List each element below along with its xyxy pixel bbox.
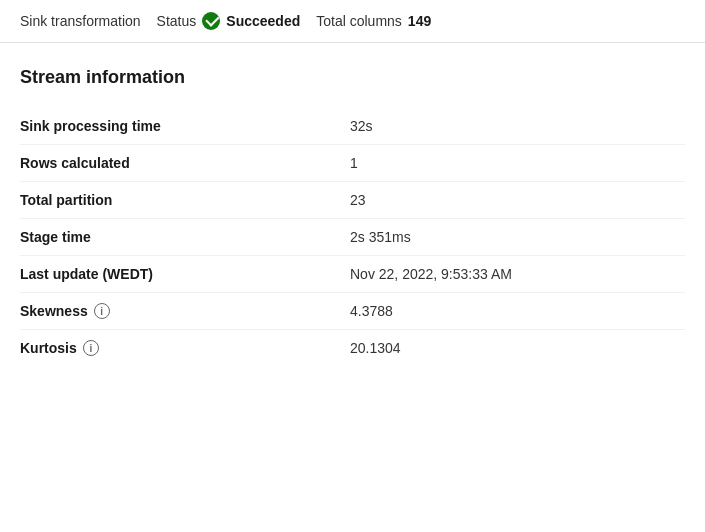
info-key: Kurtosisi	[20, 340, 340, 356]
status-check-circle	[202, 12, 220, 30]
section-title: Stream information	[20, 67, 685, 88]
total-columns-item: Total columns 149	[316, 13, 431, 29]
info-value: Nov 22, 2022, 9:53:33 AM	[340, 266, 685, 282]
info-key: Last update (WEDT)	[20, 266, 340, 282]
info-value: 1	[340, 155, 685, 171]
info-value: 32s	[340, 118, 685, 134]
total-columns-value: 149	[408, 13, 431, 29]
header-bar: Sink transformation Status Succeeded Tot…	[0, 0, 705, 43]
info-key: Stage time	[20, 229, 340, 245]
info-value: 4.3788	[340, 303, 685, 319]
info-row: Sink processing time32s	[20, 108, 685, 145]
info-row: Stage time2s 351ms	[20, 219, 685, 256]
info-value: 23	[340, 192, 685, 208]
content-area: Stream information Sink processing time3…	[0, 43, 705, 390]
info-key: Rows calculated	[20, 155, 340, 171]
info-value: 2s 351ms	[340, 229, 685, 245]
sink-transformation-item: Sink transformation	[20, 13, 141, 29]
info-table: Sink processing time32sRows calculated1T…	[20, 108, 685, 366]
info-key: Sink processing time	[20, 118, 340, 134]
info-row: Total partition23	[20, 182, 685, 219]
info-value: 20.1304	[340, 340, 685, 356]
total-columns-label: Total columns	[316, 13, 402, 29]
status-label: Status	[157, 13, 197, 29]
info-row: Skewnessi4.3788	[20, 293, 685, 330]
info-tooltip-icon[interactable]: i	[94, 303, 110, 319]
info-tooltip-icon[interactable]: i	[83, 340, 99, 356]
info-row: Rows calculated1	[20, 145, 685, 182]
info-row: Kurtosisi20.1304	[20, 330, 685, 366]
info-key: Total partition	[20, 192, 340, 208]
info-key: Skewnessi	[20, 303, 340, 319]
status-item: Status Succeeded	[157, 12, 301, 30]
info-row: Last update (WEDT)Nov 22, 2022, 9:53:33 …	[20, 256, 685, 293]
status-value: Succeeded	[226, 13, 300, 29]
check-circle-icon	[202, 12, 220, 30]
sink-transformation-label: Sink transformation	[20, 13, 141, 29]
